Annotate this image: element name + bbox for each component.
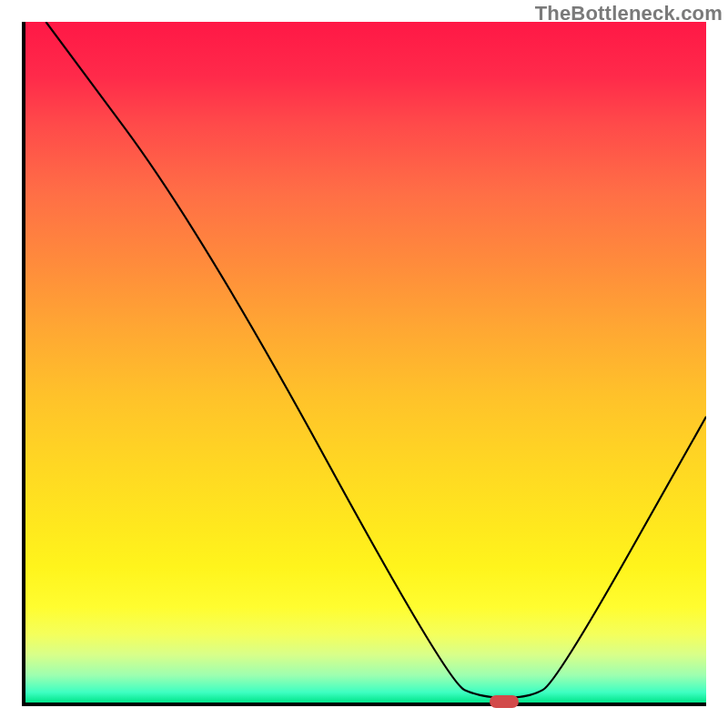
plot-area bbox=[22, 22, 706, 706]
background-gradient bbox=[25, 22, 706, 703]
chart-container: TheBottleneck.com bbox=[0, 0, 728, 728]
optimal-marker bbox=[490, 695, 519, 708]
